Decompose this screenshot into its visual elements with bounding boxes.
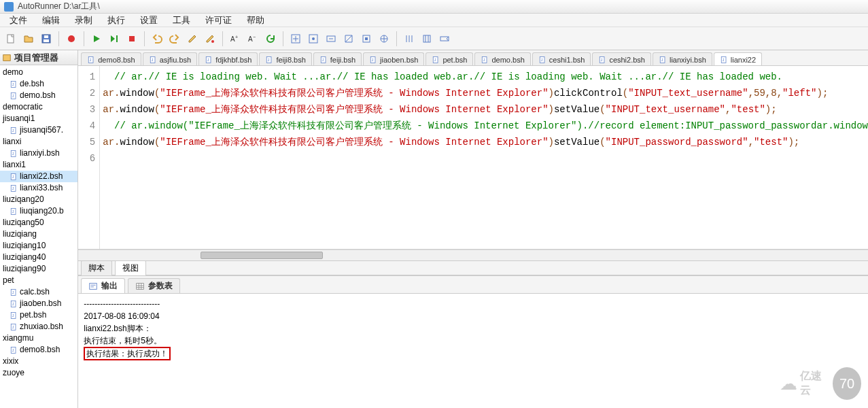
editor-tab[interactable]: Jfeiji.bsh bbox=[313, 52, 362, 66]
font-increase-button[interactable]: A+ bbox=[227, 31, 243, 47]
tree-folder[interactable]: lianxi1 bbox=[0, 159, 77, 171]
edit-button[interactable] bbox=[184, 31, 201, 47]
code-editor[interactable]: 123456 // ar.// IE is loading web. Wait … bbox=[78, 66, 868, 250]
editor-tab[interactable]: Jceshi2.bsh bbox=[592, 52, 651, 66]
tree-file[interactable]: Jliuqiang20.b bbox=[0, 205, 77, 217]
tree-file[interactable]: Jlianxi33.bsh bbox=[0, 182, 77, 194]
tree-file[interactable]: Jdemo8.bsh bbox=[0, 344, 77, 356]
editor-tab[interactable]: Jjiaoben.bsh bbox=[363, 52, 424, 66]
tree-folder[interactable]: pet bbox=[0, 275, 77, 286]
svg-rect-5 bbox=[116, 35, 118, 42]
svg-text:J: J bbox=[12, 209, 14, 214]
tool-5-button[interactable] bbox=[358, 31, 375, 47]
save-button[interactable] bbox=[38, 31, 54, 47]
editor-tab[interactable]: Jdemo.bsh bbox=[474, 52, 530, 66]
menu-help[interactable]: 帮助 bbox=[240, 13, 271, 28]
tool-9-button[interactable] bbox=[436, 31, 453, 47]
editor-tab[interactable]: Jceshi1.bsh bbox=[532, 52, 591, 66]
svg-text:−: − bbox=[253, 35, 256, 39]
tree-folder[interactable]: demo bbox=[0, 67, 77, 78]
open-button[interactable] bbox=[20, 31, 37, 47]
tree-file[interactable]: Jzhuxiao.bsh bbox=[0, 321, 77, 333]
tree-folder[interactable]: xiangmu bbox=[0, 333, 77, 344]
menu-record[interactable]: 录制 bbox=[68, 13, 99, 28]
output-icon bbox=[88, 282, 98, 291]
tree-file[interactable]: Jjisuanqi567. bbox=[0, 124, 77, 136]
menu-settings[interactable]: 设置 bbox=[133, 13, 164, 28]
horizontal-scrollbar[interactable] bbox=[78, 250, 868, 260]
tab-output[interactable]: 输出 bbox=[81, 278, 125, 293]
undo-button[interactable] bbox=[149, 31, 165, 47]
new-button[interactable] bbox=[3, 31, 19, 47]
menu-edit[interactable]: 编辑 bbox=[35, 13, 67, 28]
tree-file[interactable]: Jde.bsh bbox=[0, 78, 77, 90]
tree-folder[interactable]: liuziqiang90 bbox=[0, 263, 77, 275]
editor-tab[interactable]: Jfdjkhbf.bsh bbox=[198, 52, 258, 66]
svg-point-14 bbox=[312, 37, 315, 40]
menu-license[interactable]: 许可证 bbox=[198, 13, 239, 28]
tree-file[interactable]: Jjiaoben.bsh bbox=[0, 298, 77, 309]
tree-folder[interactable]: zuoye bbox=[0, 367, 77, 379]
tree-folder[interactable]: liuziqiang10 bbox=[0, 240, 77, 252]
editor-tab[interactable]: Jlianxiyi.bsh bbox=[653, 52, 712, 66]
tab-params[interactable]: 参数表 bbox=[128, 278, 180, 293]
tree-folder[interactable]: liuziqang50 bbox=[0, 217, 77, 228]
stop-button[interactable] bbox=[124, 31, 140, 47]
tree-folder[interactable]: democratic bbox=[0, 101, 77, 113]
editor-tab[interactable]: Jpet.bsh bbox=[426, 52, 473, 66]
menu-tools[interactable]: 工具 bbox=[166, 13, 197, 28]
record-button[interactable] bbox=[63, 31, 80, 47]
tab-script[interactable]: 脚本 bbox=[81, 260, 112, 276]
svg-rect-21 bbox=[3, 54, 11, 61]
svg-text:J: J bbox=[541, 58, 543, 62]
svg-text:A: A bbox=[230, 35, 235, 43]
tree-file[interactable]: Jlianxiyi.bsh bbox=[0, 148, 77, 159]
editor-tab[interactable]: Jfeiji8.bsh bbox=[259, 52, 311, 66]
refresh-button[interactable] bbox=[262, 31, 279, 47]
tree-file[interactable]: Jcalc.bsh bbox=[0, 286, 77, 298]
tool-6-button[interactable] bbox=[376, 31, 392, 47]
code-content[interactable]: // ar.// IE is loading web. Wait ...ar./… bbox=[100, 66, 868, 249]
editor-tab[interactable]: Jlianxi22 bbox=[714, 52, 762, 66]
project-tree[interactable]: demoJde.bshJdemo.bshdemocraticjisuanqi1J… bbox=[0, 65, 77, 408]
editor-tab[interactable]: Jasjfiu.bsh bbox=[143, 52, 197, 66]
svg-text:J: J bbox=[12, 313, 14, 318]
editor-tab[interactable]: Jdemo8.bsh bbox=[81, 52, 141, 66]
svg-rect-70 bbox=[90, 283, 97, 289]
tree-folder[interactable]: jisuanqi1 bbox=[0, 113, 77, 124]
tree-file[interactable]: Jlianxi22.bsh bbox=[0, 171, 77, 182]
tree-file[interactable]: Jpet.bsh bbox=[0, 309, 77, 321]
tool-4-button[interactable] bbox=[341, 31, 357, 47]
tool-8-button[interactable] bbox=[419, 31, 435, 47]
redo-button[interactable] bbox=[167, 31, 183, 47]
tool-2-button[interactable] bbox=[305, 31, 322, 47]
menu-file[interactable]: 文件 bbox=[3, 13, 34, 28]
step-button[interactable] bbox=[106, 31, 122, 47]
svg-rect-71 bbox=[137, 283, 144, 289]
font-decrease-button[interactable]: A− bbox=[245, 31, 261, 47]
tab-view[interactable]: 视图 bbox=[115, 260, 146, 276]
tree-folder[interactable]: liuziqiang bbox=[0, 228, 77, 240]
output-content: ---------------------------- 2017-08-08 … bbox=[78, 294, 868, 408]
toolbar: A+ A− bbox=[0, 27, 868, 50]
menu-run[interactable]: 执行 bbox=[101, 13, 132, 28]
tool-3-button[interactable] bbox=[323, 31, 339, 47]
svg-text:J: J bbox=[12, 348, 14, 352]
tool-7-button[interactable] bbox=[401, 31, 417, 47]
run-button[interactable] bbox=[88, 31, 105, 47]
tree-folder[interactable]: xixix bbox=[0, 356, 77, 367]
tree-folder[interactable]: liuziqang20 bbox=[0, 194, 77, 205]
tree-folder[interactable]: lianxi bbox=[0, 136, 77, 148]
scrollbar-thumb[interactable] bbox=[201, 252, 323, 259]
svg-text:J: J bbox=[268, 58, 270, 62]
tool-1-button[interactable] bbox=[288, 31, 304, 47]
app-icon bbox=[4, 2, 14, 12]
svg-text:J: J bbox=[12, 82, 14, 86]
tree-folder[interactable]: liuziqiang40 bbox=[0, 252, 77, 263]
spy-button[interactable] bbox=[202, 31, 218, 47]
svg-text:+: + bbox=[235, 35, 238, 39]
svg-text:J: J bbox=[151, 58, 153, 62]
tree-file[interactable]: Jdemo.bsh bbox=[0, 90, 77, 101]
window-title: AutoRunner D:\ar工具\ bbox=[18, 1, 100, 12]
project-explorer: 项目管理器 demoJde.bshJdemo.bshdemocraticjisu… bbox=[0, 50, 78, 408]
